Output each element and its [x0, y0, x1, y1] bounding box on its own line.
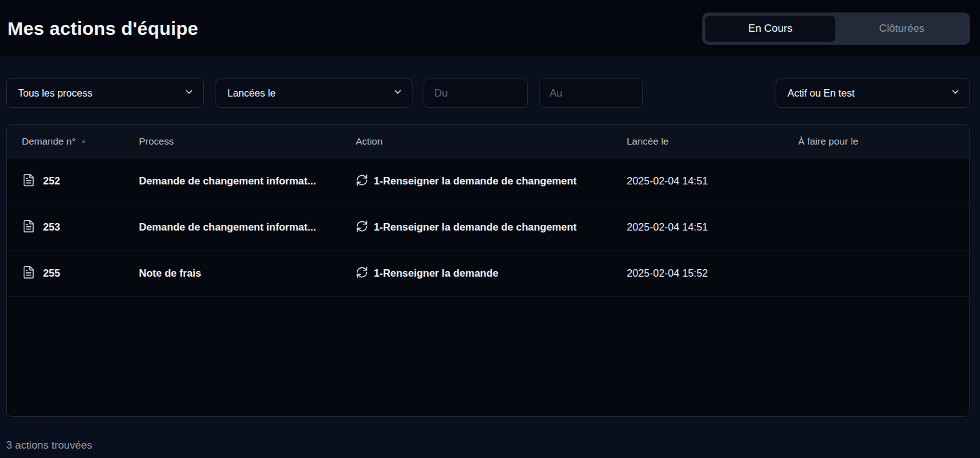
tab-cloturees[interactable]: Clôturées — [836, 15, 968, 42]
demande-number: 253 — [43, 221, 60, 233]
main-content: Tous les process Lancées le Actif ou En … — [0, 57, 980, 458]
chevron-down-icon — [178, 87, 194, 100]
launched-date: 2025-02-04 15:52 — [627, 267, 798, 279]
date-mode-value: Lancées le — [227, 88, 386, 99]
column-header-process[interactable]: Process — [139, 136, 356, 147]
status-filter-value: Actif ou En test — [787, 88, 944, 99]
demande-number: 255 — [43, 267, 60, 279]
action-label: 1-Renseigner la demande de changement — [374, 221, 577, 233]
table-row[interactable]: 252 Demande de changement informat... 1-… — [7, 158, 969, 204]
results-count: 3 actions trouvées — [6, 439, 970, 452]
refresh-icon — [356, 266, 368, 281]
table-header-row: Demande n° ▲ Process Action Lancée le À … — [7, 125, 969, 158]
process-name: Demande de changement informat... — [139, 175, 356, 187]
page-header: Mes actions d'équipe En Cours Clôturées — [0, 0, 980, 57]
process-name: Demande de changement informat... — [139, 221, 356, 233]
process-filter-value: Tous les process — [18, 88, 178, 99]
refresh-icon — [356, 220, 368, 235]
column-header-action[interactable]: Action — [356, 136, 627, 147]
chevron-down-icon — [944, 87, 961, 100]
status-toggle: En Cours Clôturées — [702, 12, 970, 45]
date-to-input[interactable] — [539, 79, 643, 108]
table-body: 252 Demande de changement informat... 1-… — [7, 158, 969, 297]
table-row[interactable]: 255 Note de frais 1-Renseigner la demand… — [7, 250, 969, 297]
column-header-afaire[interactable]: À faire pour le — [798, 136, 969, 147]
action-label: 1-Renseigner la demande — [374, 267, 498, 279]
process-filter-select[interactable]: Tous les process — [6, 79, 204, 108]
chevron-down-icon — [386, 87, 403, 100]
file-text-icon — [22, 173, 36, 189]
launched-date: 2025-02-04 14:51 — [627, 221, 798, 233]
demande-cell: 252 — [22, 173, 139, 189]
file-text-icon — [22, 219, 36, 236]
date-from-input[interactable] — [424, 79, 528, 108]
table-row[interactable]: 253 Demande de changement informat... 1-… — [7, 204, 969, 250]
demande-cell: 253 — [22, 219, 139, 236]
file-text-icon — [22, 265, 36, 282]
page-title: Mes actions d'équipe — [7, 18, 198, 39]
action-label: 1-Renseigner la demande de changement — [374, 175, 577, 187]
tab-en-cours[interactable]: En Cours — [705, 15, 836, 42]
column-header-demande[interactable]: Demande n° ▲ — [22, 136, 139, 147]
refresh-icon — [356, 174, 368, 189]
action-cell: 1-Renseigner la demande — [356, 266, 627, 281]
sort-asc-icon: ▲ — [80, 137, 87, 144]
column-header-lancee[interactable]: Lancée le — [627, 136, 798, 147]
process-name: Note de frais — [139, 267, 356, 279]
actions-table: Demande n° ▲ Process Action Lancée le À … — [6, 124, 970, 417]
status-filter-select[interactable]: Actif ou En test — [776, 79, 970, 108]
action-cell: 1-Renseigner la demande de changement — [356, 220, 627, 235]
launched-date: 2025-02-04 14:51 — [627, 175, 798, 187]
demande-number: 252 — [43, 175, 60, 187]
demande-cell: 255 — [22, 265, 139, 282]
filters-bar: Tous les process Lancées le Actif ou En … — [6, 79, 970, 108]
app-root: Mes actions d'équipe En Cours Clôturées … — [0, 0, 980, 458]
date-mode-select[interactable]: Lancées le — [216, 79, 412, 108]
column-header-label: Demande n° — [22, 136, 75, 147]
action-cell: 1-Renseigner la demande de changement — [356, 174, 627, 189]
